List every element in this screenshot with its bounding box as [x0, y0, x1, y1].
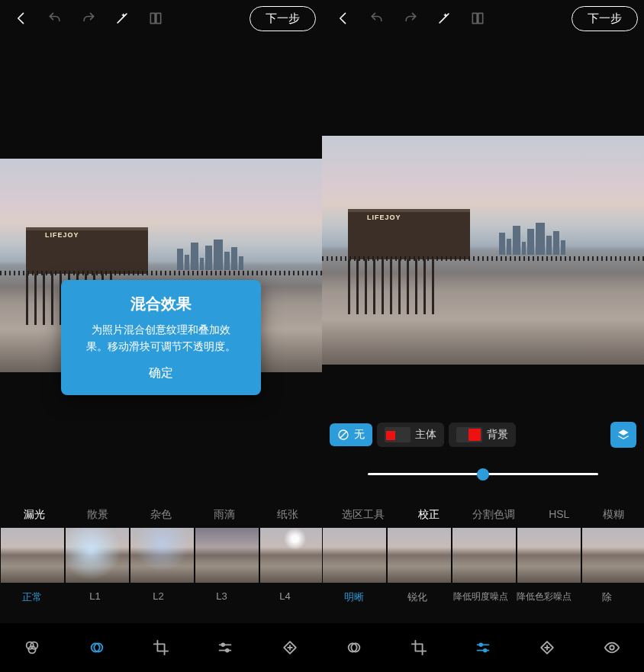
- preset-thumbnails: [0, 528, 322, 583]
- category-tab[interactable]: 模糊: [601, 503, 626, 526]
- blend-icon[interactable]: [82, 632, 112, 663]
- adjust-category-tabs: 选区工具 校正 分割色调 HSL 模糊: [322, 503, 644, 526]
- category-tab[interactable]: 漏光: [22, 503, 47, 526]
- redo-button[interactable]: [73, 3, 104, 34]
- adjust-icon[interactable]: [210, 632, 240, 663]
- category-tab[interactable]: 纸张: [275, 503, 300, 526]
- adjust-icon[interactable]: [468, 632, 498, 663]
- mask-none-chip[interactable]: 无: [330, 423, 372, 446]
- crop-icon[interactable]: [146, 632, 176, 663]
- magic-wand-button[interactable]: [107, 3, 137, 34]
- heal-icon[interactable]: [275, 632, 305, 663]
- photo-canvas[interactable]: LIFEJOY: [322, 136, 644, 365]
- category-tab[interactable]: 校正: [417, 503, 441, 526]
- background-thumb-icon: [456, 427, 482, 442]
- preset-thumb[interactable]: [323, 528, 386, 583]
- none-icon: [337, 429, 349, 441]
- category-tab[interactable]: 雨滴: [212, 503, 237, 526]
- svg-point-18: [610, 645, 614, 650]
- preset-label[interactable]: L3: [190, 587, 253, 607]
- layers-button[interactable]: [610, 422, 636, 448]
- preset-thumb[interactable]: [195, 528, 259, 583]
- bottom-toolbar: [322, 623, 644, 672]
- preset-thumb[interactable]: [130, 528, 194, 583]
- category-tab[interactable]: 杂色: [149, 503, 173, 526]
- photo-sign-text: LIFEJOY: [367, 214, 401, 221]
- undo-button[interactable]: [40, 3, 70, 34]
- preset-label[interactable]: L2: [127, 587, 190, 607]
- undo-button[interactable]: [362, 3, 392, 34]
- next-button[interactable]: 下一步: [250, 6, 316, 31]
- redo-button[interactable]: [395, 3, 426, 34]
- heal-icon[interactable]: [532, 632, 562, 663]
- dialog-body: 为照片混合创意纹理和叠加效 果。移动滑块可调节不透明度。: [73, 322, 249, 355]
- category-tab[interactable]: 散景: [85, 503, 110, 526]
- next-button[interactable]: 下一步: [572, 6, 638, 31]
- svg-point-15: [479, 644, 482, 647]
- mask-label: 背景: [487, 428, 508, 442]
- mask-selector-row: 无 主体 背景: [322, 422, 644, 448]
- mask-label: 无: [354, 428, 365, 442]
- mask-label: 主体: [415, 428, 436, 442]
- preset-thumbnails: [322, 528, 644, 583]
- magic-wand-button[interactable]: [429, 3, 459, 34]
- compare-button[interactable]: [462, 3, 493, 34]
- editor-panel-left: 下一步 LIFEJOY 混合效果: [0, 0, 322, 672]
- preset-thumb[interactable]: [582, 528, 644, 583]
- svg-point-4: [29, 646, 36, 653]
- category-tab[interactable]: HSL: [547, 503, 571, 526]
- subject-thumb-icon: [385, 427, 411, 442]
- blend-icon[interactable]: [339, 632, 369, 663]
- svg-rect-10: [472, 13, 477, 23]
- effect-category-tabs: 漏光 散景 杂色 雨滴 纸张: [0, 503, 322, 526]
- preset-thumb[interactable]: [1, 528, 64, 583]
- dialog-ok-button[interactable]: 确定: [73, 362, 249, 384]
- preset-label[interactable]: L4: [253, 587, 317, 607]
- svg-rect-11: [478, 13, 483, 23]
- preset-thumb[interactable]: [388, 528, 451, 583]
- preset-thumb[interactable]: [452, 528, 516, 583]
- back-button[interactable]: [328, 3, 359, 34]
- svg-rect-0: [150, 13, 155, 23]
- svg-point-8: [226, 649, 229, 652]
- preset-thumb[interactable]: [517, 528, 581, 583]
- preset-label[interactable]: 明晰: [322, 587, 385, 607]
- eye-icon[interactable]: [597, 632, 627, 663]
- mask-background-chip[interactable]: 背景: [449, 423, 516, 447]
- top-toolbar: 下一步: [322, 0, 644, 37]
- preset-label[interactable]: 除: [575, 587, 639, 607]
- svg-point-7: [222, 644, 225, 647]
- slider-thumb[interactable]: [477, 468, 489, 481]
- editor-panel-right: 下一步 LIFEJOY: [322, 0, 644, 672]
- category-tab[interactable]: 选区工具: [340, 503, 386, 526]
- looks-icon[interactable]: [17, 632, 47, 663]
- svg-rect-1: [156, 13, 161, 23]
- bottom-toolbar: [0, 623, 322, 672]
- compare-button[interactable]: [140, 3, 171, 34]
- photo-image: LIFEJOY: [322, 136, 644, 365]
- preset-thumb[interactable]: [260, 528, 322, 583]
- category-tab[interactable]: 分割色调: [471, 503, 517, 526]
- preset-label[interactable]: L1: [63, 587, 127, 607]
- preset-labels: 明晰 锐化 降低明度噪点 降低色彩噪点 除: [322, 587, 644, 607]
- opacity-slider[interactable]: [322, 473, 644, 475]
- tooltip-dialog: 混合效果 为照片混合创意纹理和叠加效 果。移动滑块可调节不透明度。 确定: [61, 280, 261, 395]
- preset-label[interactable]: 锐化: [385, 587, 449, 607]
- preset-label[interactable]: 降低色彩噪点: [512, 587, 575, 607]
- preset-labels: 正常 L1 L2 L3 L4: [0, 587, 322, 607]
- mask-subject-chip[interactable]: 主体: [377, 423, 444, 447]
- top-toolbar: 下一步: [0, 0, 322, 37]
- photo-sign-text: LIFEJOY: [45, 231, 79, 239]
- preset-label[interactable]: 正常: [0, 587, 63, 607]
- layers-icon: [617, 428, 630, 442]
- back-button[interactable]: [6, 3, 37, 34]
- dialog-title: 混合效果: [73, 294, 249, 314]
- preset-thumb[interactable]: [66, 528, 129, 583]
- crop-icon[interactable]: [404, 632, 434, 663]
- preset-label[interactable]: 降低明度噪点: [449, 587, 512, 607]
- svg-point-16: [484, 649, 487, 652]
